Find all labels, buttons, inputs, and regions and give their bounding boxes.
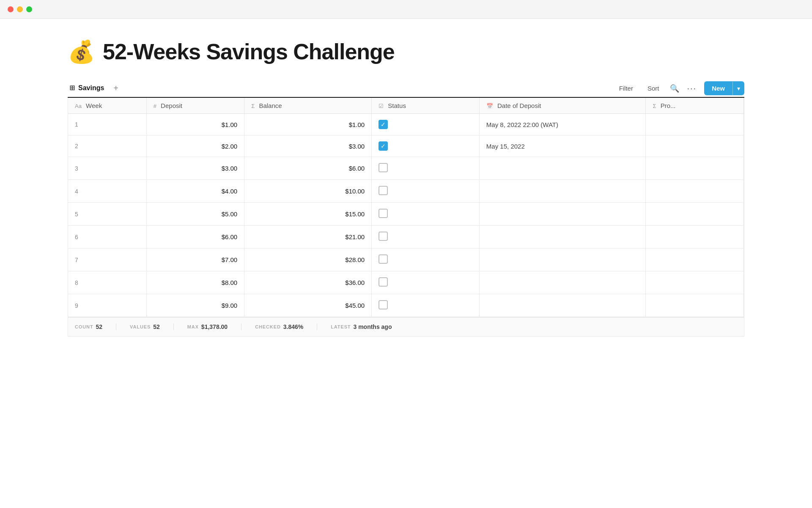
cell-status-4[interactable] [372, 180, 480, 203]
titlebar [0, 0, 812, 19]
col-icon-deposit: # [154, 103, 156, 109]
cell-balance-5: $15.00 [244, 203, 372, 226]
minimize-button[interactable] [17, 6, 23, 12]
cell-status-1[interactable]: ✓ [372, 114, 480, 135]
col-label-week: Week [86, 102, 102, 109]
page-emoji: 💰 [68, 41, 95, 63]
cell-week-9: 9 [68, 294, 146, 317]
cell-week-8: 8 [68, 271, 146, 294]
col-label-balance: Balance [259, 102, 282, 109]
cell-status-2[interactable]: ✓ [372, 135, 480, 157]
search-icon[interactable]: 🔍 [670, 84, 679, 93]
cell-deposit-2: $2.00 [146, 135, 244, 157]
table-row[interactable]: 1$1.00$1.00✓May 8, 2022 22:00 (WAT) [68, 114, 744, 135]
summary-max-label: MAX [187, 324, 199, 329]
main-content: 💰 52-Weeks Savings Challenge ⊞ Savings +… [0, 19, 812, 337]
col-icon-status: ☑ [379, 103, 384, 109]
table-row[interactable]: 3$3.00$6.00 [68, 157, 744, 180]
table-row[interactable]: 2$2.00$3.00✓May 15, 2022 [68, 135, 744, 157]
more-options-button[interactable]: ··· [687, 83, 697, 93]
cell-week-1: 1 [68, 114, 146, 135]
table-row[interactable]: 8$8.00$36.00 [68, 271, 744, 294]
cell-date-2: May 15, 2022 [479, 135, 646, 157]
cell-date-4 [479, 180, 646, 203]
col-label-date: Date of Deposit [497, 102, 541, 109]
checkbox-unchecked-8[interactable] [379, 277, 388, 287]
cell-status-6[interactable] [372, 226, 480, 248]
summary-values: VALUES 52 [130, 323, 174, 330]
col-icon-progress: Σ [653, 103, 656, 109]
cell-date-6 [479, 226, 646, 248]
summary-count-label: COUNT [75, 324, 93, 329]
cell-progress-8 [646, 271, 744, 294]
col-header-deposit[interactable]: # Deposit [146, 98, 244, 114]
col-header-date[interactable]: 📅 Date of Deposit [479, 98, 646, 114]
toolbar: ⊞ Savings + Filter Sort 🔍 ··· New ▾ [68, 80, 744, 98]
col-header-progress[interactable]: Σ Pro... [646, 98, 744, 114]
summary-checked-value: 3.846% [283, 323, 303, 330]
checkbox-unchecked-3[interactable] [379, 163, 388, 172]
cell-progress-1 [646, 114, 744, 135]
table-row[interactable]: 4$4.00$10.00 [68, 180, 744, 203]
col-header-week[interactable]: Aa Week [68, 98, 146, 114]
cell-status-3[interactable] [372, 157, 480, 180]
cell-deposit-6: $6.00 [146, 226, 244, 248]
table-row[interactable]: 7$7.00$28.00 [68, 248, 744, 271]
col-label-progress: Pro... [661, 102, 676, 109]
page-title: 52-Weeks Savings Challenge [103, 39, 395, 64]
summary-count: COUNT 52 [75, 323, 116, 330]
cell-balance-3: $6.00 [244, 157, 372, 180]
cell-date-8 [479, 271, 646, 294]
summary-values-label: VALUES [130, 324, 151, 329]
checkbox-checked-1[interactable]: ✓ [379, 120, 388, 129]
cell-date-5 [479, 203, 646, 226]
cell-deposit-3: $3.00 [146, 157, 244, 180]
table-row[interactable]: 5$5.00$15.00 [68, 203, 744, 226]
cell-balance-9: $45.00 [244, 294, 372, 317]
cell-deposit-9: $9.00 [146, 294, 244, 317]
cell-status-9[interactable] [372, 294, 480, 317]
cell-deposit-7: $7.00 [146, 248, 244, 271]
summary-max: MAX $1,378.00 [187, 323, 241, 330]
tab-savings-label: Savings [78, 84, 104, 92]
maximize-button[interactable] [26, 6, 32, 12]
checkbox-unchecked-7[interactable] [379, 254, 388, 264]
cell-week-7: 7 [68, 248, 146, 271]
summary-count-value: 52 [96, 323, 103, 330]
cell-progress-3 [646, 157, 744, 180]
col-label-deposit: Deposit [161, 102, 182, 109]
cell-date-1: May 8, 2022 22:00 (WAT) [479, 114, 646, 135]
checkbox-unchecked-5[interactable] [379, 209, 388, 218]
checkbox-unchecked-6[interactable] [379, 232, 388, 241]
new-button-chevron[interactable]: ▾ [732, 82, 744, 95]
col-icon-week: Aa [75, 103, 82, 109]
cell-status-5[interactable] [372, 203, 480, 226]
checkbox-checked-2[interactable]: ✓ [379, 141, 388, 151]
summary-values-value: 52 [153, 323, 160, 330]
cell-balance-1: $1.00 [244, 114, 372, 135]
new-button[interactable]: New [704, 81, 732, 95]
cell-deposit-8: $8.00 [146, 271, 244, 294]
cell-date-7 [479, 248, 646, 271]
tab-savings[interactable]: ⊞ Savings [68, 80, 106, 98]
cell-date-3 [479, 157, 646, 180]
filter-button[interactable]: Filter [616, 83, 636, 94]
col-header-balance[interactable]: Σ Balance [244, 98, 372, 114]
cell-progress-6 [646, 226, 744, 248]
cell-status-7[interactable] [372, 248, 480, 271]
cell-week-6: 6 [68, 226, 146, 248]
cell-balance-2: $3.00 [244, 135, 372, 157]
data-table-wrap: Aa Week # Deposit Σ Balance ☑ Status [68, 98, 744, 337]
checkbox-unchecked-9[interactable] [379, 300, 388, 309]
page-title-row: 💰 52-Weeks Savings Challenge [68, 39, 744, 64]
cell-week-2: 2 [68, 135, 146, 157]
add-view-button[interactable]: + [110, 82, 122, 95]
checkbox-unchecked-4[interactable] [379, 186, 388, 195]
table-row[interactable]: 6$6.00$21.00 [68, 226, 744, 248]
sort-button[interactable]: Sort [644, 83, 663, 94]
cell-status-8[interactable] [372, 271, 480, 294]
table-row[interactable]: 9$9.00$45.00 [68, 294, 744, 317]
col-header-status[interactable]: ☑ Status [372, 98, 480, 114]
close-button[interactable] [8, 6, 14, 12]
data-table: Aa Week # Deposit Σ Balance ☑ Status [68, 98, 744, 317]
